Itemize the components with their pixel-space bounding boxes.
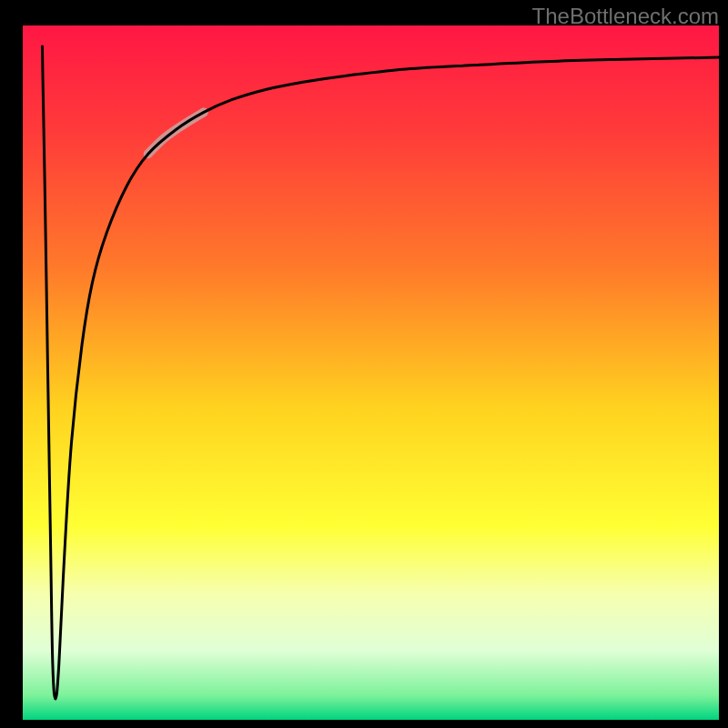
curve-layer (23, 25, 719, 720)
chart-root: TheBottleneck.com (0, 0, 728, 728)
highlight-segment (148, 112, 204, 154)
watermark-text: TheBottleneck.com (532, 4, 719, 29)
plot-area (23, 25, 719, 720)
main-curve (42, 46, 719, 699)
plot-frame (23, 25, 719, 720)
